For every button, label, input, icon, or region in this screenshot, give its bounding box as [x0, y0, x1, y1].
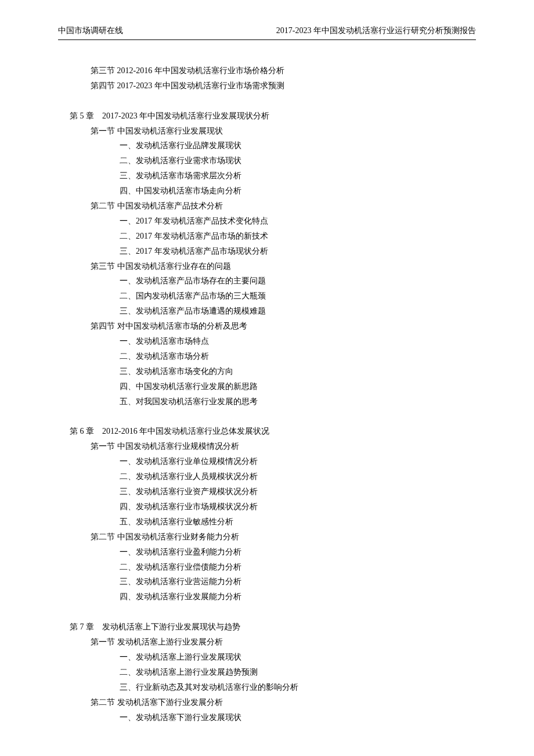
chapter-title: 第 6 章 2012-2016 年中国发动机活塞行业总体发展状况: [70, 424, 476, 439]
toc-item: 二、发动机活塞上游行业发展趋势预测: [70, 665, 476, 680]
toc-item: 一、发动机活塞上游行业发展现状: [70, 650, 476, 665]
toc-item: 三、发动机活塞市场需求层次分析: [70, 168, 476, 183]
section-title: 第二节 中国发动机活塞行业财务能力分析: [70, 530, 476, 545]
toc-item: 二、发动机活塞市场分析: [70, 349, 476, 364]
toc-item: 三、发动机活塞行业资产规模状况分析: [70, 484, 476, 499]
section-title: 第三节 中国发动机活塞行业存在的问题: [70, 259, 476, 274]
toc-item: 五、对我国发动机活塞行业发展的思考: [70, 394, 476, 409]
toc-item: 一、发动机活塞行业单位规模情况分析: [70, 454, 476, 469]
section-title: 第二节 中国发动机活塞产品技术分析: [70, 199, 476, 214]
toc-item: 一、发动机活塞市场特点: [70, 334, 476, 349]
toc-item: 二、发动机活塞行业需求市场现状: [70, 153, 476, 168]
section-title: 第四节 对中国发动机活塞市场的分析及思考: [70, 319, 476, 334]
toc-item: 三、发动机活塞产品市场遭遇的规模难题: [70, 304, 476, 319]
toc-item: 五、发动机活塞行业敏感性分析: [70, 514, 476, 530]
section-title: 第一节 发动机活塞上游行业发展分析: [70, 635, 476, 650]
document-body: 第三节 2012-2016 年中国发动机活塞行业市场价格分析 第四节 2017-…: [58, 63, 476, 725]
header-right: 2017-2023 年中国发动机活塞行业运行研究分析预测报告: [276, 23, 476, 38]
chapter-block: 第 5 章 2017-2023 年中国发动机活塞行业发展现状分析 第一节 中国发…: [70, 109, 476, 409]
chapter-block: 第 7 章 发动机活塞上下游行业发展现状与趋势 第一节 发动机活塞上游行业发展分…: [70, 620, 476, 725]
toc-item: 二、发动机活塞行业人员规模状况分析: [70, 469, 476, 484]
prelude-group: 第三节 2012-2016 年中国发动机活塞行业市场价格分析 第四节 2017-…: [70, 63, 476, 93]
toc-item: 四、中国发动机活塞市场走向分析: [70, 183, 476, 199]
toc-item: 四、发动机活塞行业市场规模状况分析: [70, 499, 476, 514]
chapter-title: 第 7 章 发动机活塞上下游行业发展现状与趋势: [70, 620, 476, 635]
toc-item: 二、国内发动机活塞产品市场的三大瓶颈: [70, 289, 476, 304]
chapter-title: 第 5 章 2017-2023 年中国发动机活塞行业发展现状分析: [70, 109, 476, 124]
toc-item: 一、发动机活塞行业品牌发展现状: [70, 138, 476, 153]
page-header: 中国市场调研在线 2017-2023 年中国发动机活塞行业运行研究分析预测报告: [58, 23, 476, 40]
toc-item: 三、发动机活塞行业营运能力分析: [70, 574, 476, 589]
chapter-block: 第 6 章 2012-2016 年中国发动机活塞行业总体发展状况 第一节 中国发…: [70, 424, 476, 604]
toc-item: 四、发动机活塞行业发展能力分析: [70, 589, 476, 604]
toc-section: 第四节 2017-2023 年中国发动机活塞行业市场需求预测: [70, 78, 476, 93]
toc-section: 第三节 2012-2016 年中国发动机活塞行业市场价格分析: [70, 63, 476, 78]
toc-item: 一、发动机活塞行业盈利能力分析: [70, 545, 476, 560]
toc-item: 二、2017 年发动机活塞产品市场的新技术: [70, 229, 476, 244]
toc-item: 二、发动机活塞行业偿债能力分析: [70, 560, 476, 575]
section-title: 第一节 中国发动机活塞行业发展现状: [70, 124, 476, 139]
toc-item: 一、2017 年发动机活塞产品技术变化特点: [70, 214, 476, 229]
toc-item: 一、发动机活塞下游行业发展现状: [70, 710, 476, 725]
toc-item: 三、发动机活塞市场变化的方向: [70, 364, 476, 379]
section-title: 第二节 发动机活塞下游行业发展分析: [70, 695, 476, 710]
section-title: 第一节 中国发动机活塞行业规模情况分析: [70, 439, 476, 454]
header-left: 中国市场调研在线: [58, 23, 123, 38]
toc-item: 四、中国发动机活塞行业发展的新思路: [70, 379, 476, 394]
toc-item: 三、2017 年发动机活塞产品市场现状分析: [70, 244, 476, 259]
toc-item: 一、发动机活塞产品市场存在的主要问题: [70, 273, 476, 289]
toc-item: 三、行业新动态及其对发动机活塞行业的影响分析: [70, 680, 476, 695]
